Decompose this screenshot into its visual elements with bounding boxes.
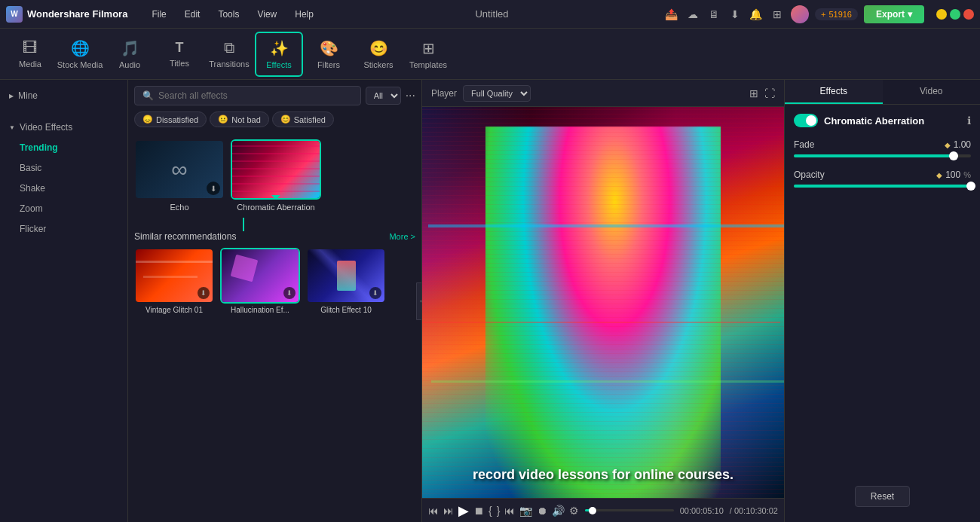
search-icon: 🔍 xyxy=(142,90,154,101)
tool-stickers[interactable]: 😊 Stickers xyxy=(354,32,403,77)
prev-clip-button[interactable]: ⏮ xyxy=(504,505,515,517)
app-icon: W xyxy=(6,6,23,23)
main-area: ▶ Mine ▼ Video Effects Trending Basic Sh… xyxy=(0,80,980,522)
quality-select[interactable]: Full Quality xyxy=(463,85,531,102)
skip-back-button[interactable]: ⏮ xyxy=(428,505,439,517)
effects-panel: ‹ 🔍 All ··· 😞 Dissatisfied 😐 xyxy=(128,80,422,522)
emoji-notbad: 😐 xyxy=(218,114,228,124)
grid-view-icon[interactable]: ⊞ xyxy=(749,87,758,99)
tab-effects[interactable]: Effects xyxy=(785,80,883,104)
tool-audio[interactable]: 🎵 Audio xyxy=(106,32,154,77)
total-time: / 00:10:30:02 xyxy=(730,506,778,515)
emoji-tag-notbad[interactable]: 😐 Not bad xyxy=(210,111,269,127)
export-button[interactable]: Export ▾ xyxy=(864,5,924,23)
tool-filters[interactable]: 🎨 Filters xyxy=(305,32,353,77)
sidebar-item-shake[interactable]: Shake xyxy=(5,179,123,198)
sidebar-item-zoom[interactable]: Zoom xyxy=(5,199,123,218)
opacity-value: 100 xyxy=(945,169,960,180)
search-input[interactable] xyxy=(158,90,353,101)
effect-card-echo[interactable]: ∞ ⬇ Echo xyxy=(134,139,225,212)
download-icon[interactable]: ⬇ xyxy=(727,7,743,22)
similar-card-hallucination[interactable]: ⬇ Hallucination Ef... xyxy=(220,248,300,314)
sidebar-item-flicker[interactable]: Flicker xyxy=(5,219,123,239)
right-panel: Effects Video Chromatic Aberration ℹ Fad… xyxy=(784,80,980,522)
fade-keyframe-button[interactable]: ◆ xyxy=(945,141,951,149)
sidebar-mine-header[interactable]: ▶ Mine xyxy=(0,86,127,105)
connection-indicator xyxy=(128,218,421,231)
similar-card-glitch10[interactable]: ⬇ Glitch Effect 10 xyxy=(306,248,386,314)
maximize-button[interactable] xyxy=(950,9,960,20)
sidebar-item-trending[interactable]: Trending xyxy=(5,138,123,157)
stop-button[interactable]: ⏹ xyxy=(473,505,484,517)
fade-value-group: ◆ 1.00 xyxy=(945,139,971,150)
left-panel: ▶ Mine ▼ Video Effects Trending Basic Sh… xyxy=(0,80,128,522)
tab-video[interactable]: Video xyxy=(883,80,981,104)
effects-properties: Chromatic Aberration ℹ Fade ◆ 1.00 xyxy=(785,105,980,480)
volume-button[interactable]: 🔊 xyxy=(552,505,565,517)
effects-search-area: 🔍 All ··· 😞 Dissatisfied 😐 Not bad xyxy=(128,80,421,139)
fullscreen-icon[interactable]: ⛶ xyxy=(764,87,775,99)
more-options-button[interactable]: ··· xyxy=(406,89,415,102)
tool-templates[interactable]: ⊞ Templates xyxy=(404,32,452,77)
tool-effects[interactable]: ✨ Effects xyxy=(255,32,303,77)
menu-tools[interactable]: Tools xyxy=(212,6,245,23)
opacity-slider[interactable] xyxy=(794,185,971,188)
vintage-download-icon: ⬇ xyxy=(198,287,210,299)
menu-file[interactable]: File xyxy=(145,6,172,23)
fade-fill xyxy=(794,154,954,157)
play-button[interactable]: ▶ xyxy=(458,502,469,519)
menu-help[interactable]: Help xyxy=(289,6,320,23)
effect-title-row: Chromatic Aberration ℹ xyxy=(794,114,971,127)
sidebar-item-basic[interactable]: Basic xyxy=(5,158,123,178)
stickers-icon: 😊 xyxy=(369,39,388,57)
all-filter-select[interactable]: All xyxy=(366,87,401,105)
tool-transitions[interactable]: ⧉ Transitions xyxy=(205,32,253,77)
credit-count: 51916 xyxy=(828,10,852,19)
effect-name: Chromatic Aberration xyxy=(824,115,961,127)
snapshot-button[interactable]: 📷 xyxy=(519,505,532,517)
sidebar-video-effects-header[interactable]: ▼ Video Effects xyxy=(0,118,127,137)
mark-in-button[interactable]: { xyxy=(488,505,492,517)
collapse-panel-button[interactable]: ‹ xyxy=(416,282,422,320)
emoji-tag-dissatisfied[interactable]: 😞 Dissatisfied xyxy=(134,111,207,127)
mark-out-button[interactable]: } xyxy=(497,505,501,517)
playback-slider[interactable] xyxy=(585,509,673,511)
sidebar-mine-section: ▶ Mine xyxy=(0,80,127,111)
opacity-thumb[interactable] xyxy=(966,182,975,191)
record-button[interactable]: ⏺ xyxy=(537,505,547,517)
tool-titles[interactable]: T Titles xyxy=(155,32,204,77)
effect-toggle[interactable] xyxy=(794,114,818,127)
connection-line-vert xyxy=(243,218,244,231)
minimize-button[interactable] xyxy=(936,9,947,20)
echo-thumb: ∞ ⬇ xyxy=(134,139,225,200)
opacity-keyframe-button[interactable]: ◆ xyxy=(936,171,942,179)
emoji-tag-satisfied[interactable]: 😊 Satisfied xyxy=(272,111,334,127)
more-link[interactable]: More > xyxy=(389,232,415,241)
cloud-icon[interactable]: ☁ xyxy=(685,7,700,22)
emoji-filter-row: 😞 Dissatisfied 😐 Not bad 😊 Satisfied xyxy=(134,111,415,127)
playback-thumb xyxy=(589,507,596,514)
settings-button[interactable]: ⚙ xyxy=(569,505,579,517)
fade-slider[interactable] xyxy=(794,154,971,157)
effect-card-chromatic[interactable]: Chromatic Aberration xyxy=(231,139,321,212)
tool-stock[interactable]: 🌐 Stock Media xyxy=(56,32,104,77)
glitch-h-bar3 xyxy=(431,380,784,383)
glitch10-label: Glitch Effect 10 xyxy=(306,306,386,314)
menu-view[interactable]: View xyxy=(251,6,283,23)
user-avatar[interactable] xyxy=(791,5,809,23)
fade-thumb[interactable] xyxy=(949,151,958,160)
close-button[interactable] xyxy=(963,9,974,20)
step-back-button[interactable]: ⏭ xyxy=(443,505,454,517)
fade-label-row: Fade ◆ 1.00 xyxy=(794,139,971,150)
video-bg xyxy=(422,107,784,498)
device-icon[interactable]: 🖥 xyxy=(706,7,721,22)
apps-icon[interactable]: ⊞ xyxy=(770,7,785,22)
share-icon[interactable]: 📤 xyxy=(664,7,679,22)
main-toolbar: 🎞 Media 🌐 Stock Media 🎵 Audio T Titles ⧉… xyxy=(0,29,980,80)
effect-info-icon[interactable]: ℹ xyxy=(967,114,971,127)
reset-button[interactable]: Reset xyxy=(855,486,910,507)
menu-edit[interactable]: Edit xyxy=(179,6,207,23)
similar-card-vintage-glitch[interactable]: ⬇ Vintage Glitch 01 xyxy=(134,248,214,314)
tool-media[interactable]: 🎞 Media xyxy=(6,32,54,77)
bell-icon[interactable]: 🔔 xyxy=(749,7,764,22)
